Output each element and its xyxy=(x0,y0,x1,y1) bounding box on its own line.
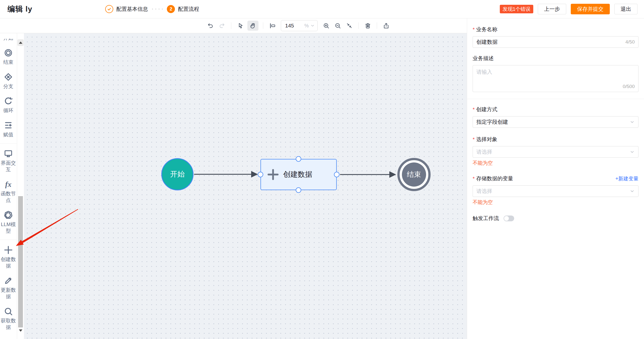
palette-list: 开始 结束 分支 循环 xyxy=(0,33,17,339)
end-node[interactable]: 结束 xyxy=(397,158,431,191)
header-actions: 发现1个错误 上一步 保存并提交 退出 xyxy=(500,4,637,14)
end-node-label: 结束 xyxy=(402,162,426,187)
align-button[interactable] xyxy=(268,21,277,30)
chevron-down-icon xyxy=(310,23,315,28)
prev-step-button[interactable]: 上一步 xyxy=(538,4,566,14)
palette-item-function-node[interactable]: fx 函数节点 xyxy=(0,180,17,203)
step-flow-config[interactable]: 2 配置流程 xyxy=(167,5,199,13)
zoom-dropdown[interactable] xyxy=(310,23,315,28)
pan-tool-button[interactable] xyxy=(247,21,258,31)
port-left[interactable] xyxy=(258,172,263,177)
business-desc-textarea[interactable] xyxy=(473,65,638,92)
object-select[interactable]: 请选择 xyxy=(473,146,638,158)
zoom-in-button[interactable] xyxy=(322,21,331,30)
toolbar-divider xyxy=(263,22,263,29)
zoom-out-icon xyxy=(334,22,341,29)
palette-item-start[interactable]: 开始 xyxy=(0,39,17,41)
toolbar-divider xyxy=(377,22,377,29)
step-label: 配置基本信息 xyxy=(116,6,148,13)
required-star: * xyxy=(473,26,475,32)
undo-button[interactable] xyxy=(206,21,215,30)
hand-icon xyxy=(250,22,256,29)
redo-button[interactable] xyxy=(217,21,226,30)
start-node-label: 开始 xyxy=(170,169,185,179)
fit-view-button[interactable] xyxy=(345,21,354,30)
chevron-down-icon xyxy=(630,149,635,154)
palette-item-assign[interactable]: 赋值 xyxy=(0,121,17,138)
search-icon xyxy=(4,307,13,316)
palette-item-get-data[interactable]: 获取数据 xyxy=(0,307,17,330)
flow-canvas[interactable]: 开始 创建数据 结束 xyxy=(24,33,467,339)
end-node-icon xyxy=(4,48,13,57)
node-palette: 开始 结束 分支 循环 xyxy=(0,33,24,339)
palette-item-create-data[interactable]: 创建数据 xyxy=(0,245,17,269)
select-value: 指定字段创建 xyxy=(476,118,508,125)
required-star: * xyxy=(473,176,475,182)
fit-screen-icon xyxy=(346,22,353,29)
zoom-out-button[interactable] xyxy=(333,21,342,30)
wizard-steps: 配置基本信息 2 配置流程 xyxy=(105,5,199,13)
business-name-input[interactable] xyxy=(476,39,623,45)
properties-panel: * 业务名称 4/50 业务描述 0/500 * 创建方式 指定字段创建 * 选… xyxy=(467,18,644,339)
align-left-icon xyxy=(269,22,276,29)
scroll-up-icon xyxy=(19,41,22,44)
scrollbar-thumb[interactable] xyxy=(18,196,23,327)
select-placeholder: 请选择 xyxy=(476,188,492,195)
palette-item-llm-model[interactable]: LLM模型 xyxy=(0,210,17,234)
toggle-knob xyxy=(504,216,509,221)
header: 编辑 ly 配置基本信息 2 配置流程 发现1个错误 上一步 保存并提交 退出 xyxy=(0,0,644,18)
trigger-workflow-toggle[interactable] xyxy=(504,216,514,221)
palette-scrollbar xyxy=(17,33,24,339)
desc-char-counter: 0/500 xyxy=(623,84,635,89)
toolbar-divider xyxy=(358,22,359,29)
desc-field-label: 业务描述 xyxy=(473,55,638,62)
llm-model-icon xyxy=(4,210,13,220)
error-count-badge: 发现1个错误 xyxy=(500,5,533,13)
chevron-down-icon xyxy=(630,189,635,194)
variable-select[interactable]: 请选择 xyxy=(473,185,638,197)
desc-textarea-wrapper: 0/500 xyxy=(473,65,638,92)
task-node-label: 创建数据 xyxy=(283,170,312,180)
chevron-down-icon xyxy=(630,119,635,124)
step-label: 配置流程 xyxy=(178,6,199,13)
palette-item-loop[interactable]: 循环 xyxy=(0,97,17,114)
step-basic-info[interactable]: 配置基本信息 xyxy=(105,5,148,13)
palette-item-ui-interaction[interactable]: 界面交互 xyxy=(0,149,17,173)
loop-icon xyxy=(4,97,13,106)
method-field-label: * 创建方式 xyxy=(473,106,638,113)
port-top[interactable] xyxy=(296,156,301,162)
select-placeholder: 请选择 xyxy=(476,148,492,155)
scroll-up-button[interactable] xyxy=(17,39,24,46)
trigger-workflow-row: 触发工作流 xyxy=(473,215,638,222)
port-right[interactable] xyxy=(334,172,339,177)
create-method-select[interactable]: 指定字段创建 xyxy=(473,116,638,128)
palette-item-update-data[interactable]: 更新数据 xyxy=(0,276,17,300)
plus-icon xyxy=(3,245,13,255)
variable-field-header: * 存储数据的变量 +新建变量 xyxy=(473,175,638,182)
scroll-down-button[interactable] xyxy=(17,327,24,333)
variable-field-label: * 存储数据的变量 xyxy=(473,175,513,182)
scroll-down-icon xyxy=(19,329,22,332)
zoom-level-input[interactable]: 145 % xyxy=(281,20,318,31)
page-title: 编辑 ly xyxy=(8,4,32,14)
palette-divider xyxy=(0,240,17,240)
variable-error-text: 不能为空 xyxy=(473,199,638,206)
export-button[interactable] xyxy=(382,21,391,30)
palette-item-end[interactable]: 结束 xyxy=(0,48,17,65)
ui-interaction-icon xyxy=(4,149,13,158)
new-variable-link[interactable]: +新建变量 xyxy=(615,175,638,182)
save-submit-button[interactable]: 保存并提交 xyxy=(571,4,610,14)
start-node[interactable]: 开始 xyxy=(161,158,194,190)
step-separator-dots xyxy=(152,9,163,10)
exit-button[interactable]: 退出 xyxy=(614,4,637,14)
required-star: * xyxy=(473,106,475,112)
plus-icon xyxy=(267,168,279,181)
delete-button[interactable] xyxy=(363,21,372,30)
flow-edges xyxy=(24,33,467,339)
name-field-label: * 业务名称 xyxy=(473,26,638,33)
create-data-node[interactable]: 创建数据 xyxy=(260,159,337,190)
step-done-circle xyxy=(105,5,113,13)
palette-item-branch[interactable]: 分支 xyxy=(0,72,17,90)
port-bottom[interactable] xyxy=(296,187,301,193)
select-tool-button[interactable] xyxy=(236,21,245,30)
